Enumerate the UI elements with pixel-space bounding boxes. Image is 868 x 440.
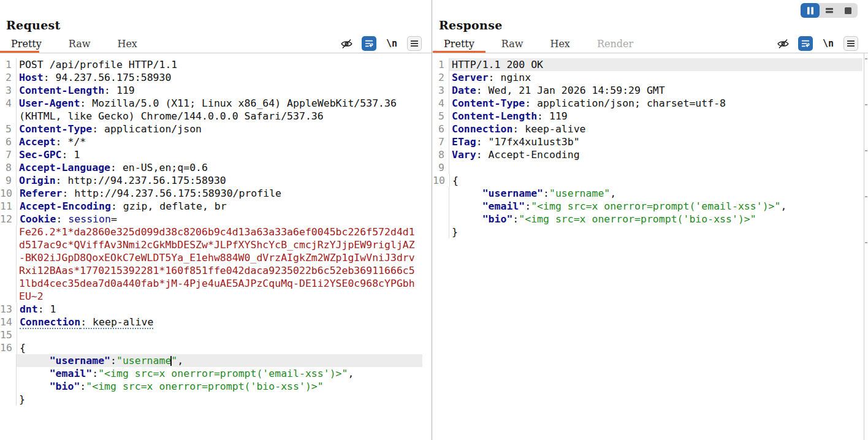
line-number	[433, 226, 449, 238]
line-number: 15	[0, 328, 17, 341]
code-line[interactable]: 10{	[433, 174, 862, 187]
code-token: "bio"	[482, 213, 513, 225]
code-line-text: Date: Wed, 21 Jan 2026 14:59:29 GMT	[449, 84, 862, 97]
eye-slash-icon[interactable]	[775, 36, 790, 51]
line-number	[433, 187, 449, 200]
line-number: 2	[433, 71, 449, 84]
code-line[interactable]: "bio":"<img src=x onerror=prompt('bio-xs…	[0, 380, 422, 393]
code-line-text	[17, 328, 422, 341]
newline-glyph[interactable]: \n	[821, 36, 836, 51]
line-number: 9	[0, 174, 17, 187]
code-line[interactable]: 11Accept-Encoding: gzip, deflate, br	[0, 200, 422, 213]
rows-layout-button[interactable]	[820, 3, 839, 18]
request-editor-panel: Request PrettyRawHex \n 1POST /api/profi…	[0, 0, 432, 440]
code-line[interactable]: 10Referer: http://94.237.56.175:58930/pr…	[0, 187, 422, 200]
code-token: ETag	[452, 136, 476, 148]
tab-raw[interactable]: Raw	[69, 38, 91, 50]
line-number: 4	[0, 97, 17, 110]
code-line[interactable]: -BK02iJGpD8QoxEOkC7eWLDT5Ya_E1ehw884W0_d…	[0, 251, 422, 264]
code-token: : 94.237.56.175:58930	[44, 72, 172, 83]
hamburger-icon[interactable]	[407, 36, 422, 51]
code-line-text: Content-Length: 119	[449, 110, 862, 123]
code-token: : http://94.237.56.175:58930/profile	[62, 188, 281, 199]
line-number: 6	[0, 135, 17, 148]
line-number: 1	[0, 58, 17, 71]
code-line[interactable]: 3Content-Length: 119	[0, 84, 422, 97]
code-token: (KHTML, like Gecko) Chrome/144.0.0.0 Saf…	[19, 110, 324, 122]
single-layout-button[interactable]	[839, 3, 858, 18]
layout-switcher	[801, 3, 858, 18]
code-line[interactable]: 2Host: 94.237.56.175:58930	[0, 71, 422, 84]
code-line[interactable]: 7Sec-GPC: 1	[0, 148, 422, 161]
tab-hex[interactable]: Hex	[550, 38, 569, 50]
code-line[interactable]: }	[433, 226, 862, 238]
code-line[interactable]: 8Accept-Language: en-US,en;q=0.6	[0, 161, 422, 174]
code-token	[452, 200, 482, 212]
code-token: "<img src=x onerror=prompt('email-xss')>…	[98, 368, 348, 379]
eye-slash-icon[interactable]	[339, 36, 354, 51]
code-line[interactable]: 2Server: nginx	[433, 71, 862, 84]
code-line-text: Cookie: session=	[17, 213, 422, 226]
tab-render[interactable]: Render	[597, 38, 633, 50]
tab-pretty[interactable]: Pretty	[444, 38, 474, 50]
line-number: 3	[0, 84, 17, 97]
code-line-text: Rxi12BAas*1770215392281*160f851ffe042dac…	[17, 264, 422, 277]
code-line-text	[449, 161, 862, 174]
line-number	[0, 238, 17, 251]
code-line[interactable]: 5Content-Type: application/json	[0, 123, 422, 135]
code-line[interactable]: "email":"<img src=x onerror=prompt('emai…	[0, 367, 422, 380]
code-line[interactable]: 5Content-Length: 119	[433, 110, 862, 123]
code-line[interactable]: 9Origin: http://94.237.56.175:58930	[0, 174, 422, 187]
code-line[interactable]: }	[0, 393, 422, 406]
code-token: Connection	[452, 123, 512, 135]
tab-raw[interactable]: Raw	[501, 38, 523, 50]
code-line[interactable]: "username":"username",	[0, 354, 422, 367]
code-line[interactable]: "username":"username",	[433, 187, 862, 200]
code-line[interactable]: 13dnt: 1	[0, 303, 422, 316]
code-line-text: "bio":"<img src=x onerror=prompt('bio-xs…	[449, 213, 862, 226]
newline-glyph[interactable]: \n	[384, 36, 399, 51]
code-line[interactable]: 1lbd4cec35dea7d0a440fab*jM-4Pje4uAE5AJPz…	[0, 277, 422, 290]
tab-pretty[interactable]: Pretty	[11, 38, 42, 50]
code-line[interactable]: EU~2	[0, 290, 422, 303]
code-line-text: ETag: "17fx4xu1ust3b"	[449, 135, 862, 148]
code-token: :	[543, 188, 549, 199]
response-code-area[interactable]: 1HTTP/1.1 200 OK2Server: nginx3Date: Wed…	[433, 53, 863, 440]
code-token: : Wed, 21 Jan 2026 14:59:29 GMT	[476, 85, 665, 96]
hamburger-icon[interactable]	[843, 36, 858, 51]
code-token: : en-US,en;q=0.6	[110, 162, 208, 173]
code-line[interactable]: Rxi12BAas*1770215392281*160f851ffe042dac…	[0, 264, 422, 277]
code-line[interactable]: "email":"<img src=x onerror=prompt('emai…	[433, 200, 862, 213]
code-line[interactable]: 4User-Agent: Mozilla/5.0 (X11; Linux x86…	[0, 97, 422, 110]
request-code-area[interactable]: 1POST /api/profile HTTP/1.12Host: 94.237…	[0, 53, 432, 440]
code-line[interactable]: 16{	[0, 341, 422, 354]
code-line[interactable]: 1POST /api/profile HTTP/1.1	[0, 58, 422, 71]
columns-layout-button[interactable]	[801, 3, 820, 18]
code-line[interactable]: "bio":"<img src=x onerror=prompt('bio-xs…	[433, 213, 862, 226]
code-line[interactable]: 7ETag: "17fx4xu1ust3b"	[433, 135, 862, 148]
code-token: {	[20, 342, 26, 354]
code-line[interactable]: 6Connection: keep-alive	[433, 123, 862, 135]
code-line[interactable]: Fe26.2*1*da2860e325d099d38c8206b9c4d13a6…	[0, 226, 422, 238]
wrap-lines-icon[interactable]	[362, 36, 376, 51]
code-line[interactable]: 9	[433, 161, 862, 174]
code-line[interactable]: d517ac9c*QViffAv3Nmi2cGkMbDESZw*JLPfXYSh…	[0, 238, 422, 251]
code-line[interactable]: 14Connection: keep-alive	[0, 316, 422, 328]
response-scrollbar-rail[interactable]	[864, 53, 868, 440]
code-line[interactable]: 6Accept: */*	[0, 135, 422, 148]
code-line[interactable]: 3Date: Wed, 21 Jan 2026 14:59:29 GMT	[433, 84, 862, 97]
code-token	[19, 381, 50, 392]
code-line[interactable]: 4Content-Type: application/json; charset…	[433, 97, 862, 110]
code-line[interactable]: 8Vary: Accept-Encoding	[433, 148, 862, 161]
code-line[interactable]: 12Cookie: session=	[0, 213, 422, 226]
tab-hex[interactable]: Hex	[117, 38, 137, 50]
scroll-marker	[865, 150, 867, 151]
wrap-lines-icon[interactable]	[798, 36, 813, 51]
code-line[interactable]: (KHTML, like Gecko) Chrome/144.0.0.0 Saf…	[0, 110, 422, 123]
code-token: "	[171, 355, 177, 366]
code-line[interactable]: 1HTTP/1.1 200 OK	[433, 58, 862, 71]
code-token: -BK02iJGpD8QoxEOkC7eWLDT5Ya_E1ehw884W0_d…	[19, 252, 415, 264]
code-line-text: HTTP/1.1 200 OK	[449, 58, 862, 71]
code-line[interactable]: 15	[0, 328, 422, 341]
code-token	[452, 188, 482, 199]
